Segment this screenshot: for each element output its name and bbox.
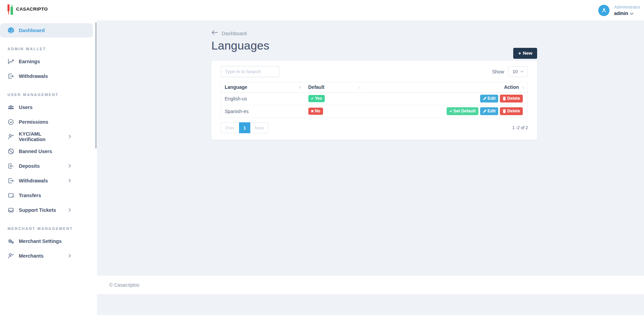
sidebar-item-label: Permissions [19, 119, 48, 125]
table-row-spanish-es: Spanish-es ✖ No ✔ Set Default [221, 105, 528, 118]
chevron-right-icon [69, 208, 71, 212]
sidebar-item-label: Earnings [19, 59, 40, 64]
brand-name: CASACRIPTO [16, 6, 48, 12]
table-header-row: Language ↑↓ Default ↑↓ A [221, 82, 528, 93]
pagination: Prev 1 Next [221, 122, 269, 133]
set-default-button[interactable]: ✔ Set Default [447, 107, 478, 115]
edit-button[interactable]: Edit [480, 107, 499, 115]
language-cell: English-us [221, 93, 305, 105]
sidebar-item-label: Deposits [19, 163, 40, 169]
sidebar-item-earnings[interactable]: Earnings [0, 54, 97, 69]
withdraw-icon [8, 177, 14, 184]
person-icon [602, 11, 606, 12]
copyright-text: © Casacriptos [109, 282, 139, 288]
delete-button[interactable]: Delete [500, 95, 523, 102]
sidebar-item-label: KYC/AML Verification [19, 131, 69, 142]
plus-icon: + [518, 52, 521, 55]
breadcrumb-dashboard-link[interactable]: Dashboard [222, 30, 247, 36]
pagination-page-1-button[interactable]: 1 [239, 122, 250, 133]
trash-icon [503, 96, 506, 100]
sidebar-item-label: Merchant Settings [19, 238, 62, 244]
sidebar-item-merchants[interactable]: Merchants [0, 248, 97, 263]
sidebar-item-withdrawals[interactable]: Withdrawals [0, 173, 97, 188]
chevron-right-icon [69, 179, 71, 182]
user-check-icon [8, 252, 14, 259]
gears-icon [8, 238, 14, 245]
sidebar-item-label: Users [19, 105, 32, 110]
deposit-icon [8, 163, 14, 169]
inbox-icon [8, 207, 14, 214]
candlestick-green-icon [11, 7, 13, 15]
sidebar-item-kyc-aml-verification[interactable]: KYC/AML Verification [0, 129, 97, 144]
pagination-next-button[interactable]: Next [250, 122, 269, 133]
pencil-icon [483, 97, 487, 100]
sidebar-item-banned-users[interactable]: Banned Users [0, 144, 97, 159]
sidebar-item-label: Transfers [19, 193, 41, 198]
back-arrow-icon[interactable] [211, 30, 218, 36]
sidebar: CASACRIPTO Dashboard ADMIN WALLET Earnin… [0, 0, 97, 315]
page-title: Languages [211, 38, 537, 53]
sidebar-item-label: Merchants [19, 253, 44, 259]
page-size-select[interactable]: 10 [508, 66, 528, 77]
chevron-right-icon [69, 254, 71, 258]
check-icon: ✔ [311, 97, 314, 100]
withdraw-icon [8, 73, 14, 80]
pencil-icon [483, 109, 487, 113]
sidebar-heading-merchant-management: MERCHANT MANAGEMENT [8, 227, 97, 231]
default-yes-badge: ✔ Yes [308, 95, 325, 102]
column-header-default[interactable]: Default ↑↓ [305, 82, 363, 93]
chevron-down-icon [630, 10, 633, 16]
delete-button[interactable]: Delete [500, 107, 523, 115]
sidebar-item-permissions[interactable]: Permissions [0, 114, 97, 129]
dashboard-icon [8, 27, 14, 34]
topbar: Administrator admin [97, 0, 644, 21]
default-no-badge: ✖ No [308, 108, 323, 115]
sidebar-item-transfers[interactable]: Transfers [0, 188, 97, 203]
column-header-action[interactable]: Action ↑↓ [363, 82, 528, 93]
footer: © Casacriptos [97, 276, 644, 294]
sidebar-item-label: Support Tickets [19, 207, 56, 213]
sidebar-item-label: Withdrawals [19, 178, 48, 183]
user-menu[interactable]: Administrator admin [614, 4, 640, 16]
sidebar-item-deposits[interactable]: Deposits [0, 159, 97, 173]
check-icon: ✔ [449, 109, 452, 113]
user-role: Administrator [614, 4, 640, 10]
sidebar-scrollbar[interactable] [95, 22, 97, 149]
chevron-right-icon [69, 164, 71, 168]
sidebar-heading-admin-wallet: ADMIN WALLET [8, 47, 97, 51]
brand-logo[interactable]: CASACRIPTO [0, 0, 97, 19]
chevron-down-icon [520, 71, 523, 73]
sidebar-item-dashboard[interactable]: Dashboard [0, 23, 93, 38]
sidebar-item-label: Dashboard [19, 28, 45, 33]
breadcrumb: Dashboard [211, 30, 537, 36]
column-header-language[interactable]: Language ↑↓ [221, 82, 305, 93]
sidebar-item-users[interactable]: Users [0, 100, 97, 114]
languages-card: Show 10 Language ↑↓ [211, 61, 537, 140]
new-button[interactable]: + New [513, 48, 537, 59]
chevron-right-icon [69, 135, 71, 138]
user-name: admin [614, 11, 628, 16]
earnings-chart-icon [8, 58, 14, 65]
sidebar-item-label: Banned Users [19, 149, 52, 154]
sidebar-nav: Dashboard ADMIN WALLET Earnings Withdraw… [0, 19, 97, 263]
search-input[interactable] [221, 66, 279, 77]
avatar[interactable] [598, 5, 610, 16]
languages-table: Language ↑↓ Default ↑↓ A [221, 82, 528, 118]
sidebar-item-support-tickets[interactable]: Support Tickets [0, 203, 97, 217]
ban-icon [8, 148, 14, 155]
candlestick-red-icon [8, 4, 10, 11]
sidebar-heading-user-management: USER MANAGEMENT [8, 93, 97, 97]
main-content: Dashboard Languages + New Show 10 [97, 0, 644, 276]
pagination-prev-button[interactable]: Prev [221, 122, 239, 133]
language-cell: Spanish-es [221, 105, 305, 118]
users-icon [8, 104, 14, 111]
edit-button[interactable]: Edit [480, 95, 499, 102]
cross-icon: ✖ [311, 109, 314, 113]
sort-icon: ↑↓ [299, 85, 301, 89]
sidebar-item-merchant-settings[interactable]: Merchant Settings [0, 234, 97, 248]
table-row-english-us: English-us ✔ Yes Edit [221, 93, 528, 105]
pagination-range-text: 1 -2 of 2 [512, 125, 528, 130]
trash-icon [503, 109, 506, 113]
wallet-icon [8, 192, 14, 199]
sidebar-item-withdrawals-wallet[interactable]: Withdrawals [0, 69, 97, 83]
